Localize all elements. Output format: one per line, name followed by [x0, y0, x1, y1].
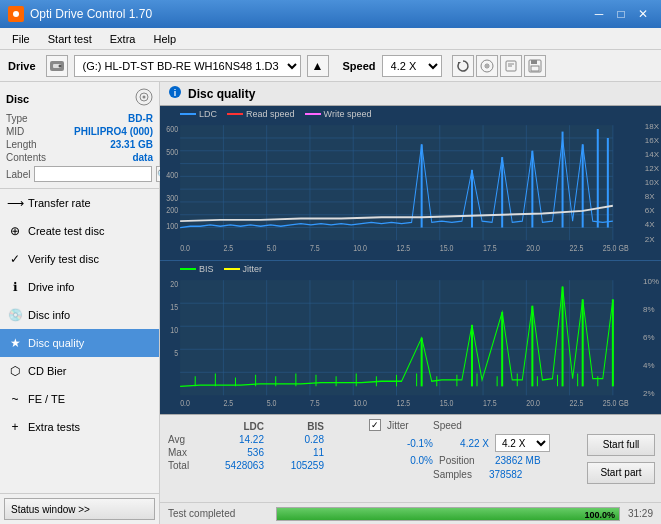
y-axis-right-2: 10% 8% 6% 4% 2%	[643, 277, 659, 399]
svg-text:10.0: 10.0	[353, 243, 367, 253]
stats-header-row: LDC BIS	[168, 421, 353, 432]
menu-help[interactable]: Help	[145, 31, 184, 47]
drive-label: Drive	[8, 60, 36, 72]
nav-label-disc-quality: Disc quality	[28, 337, 84, 349]
svg-point-8	[486, 65, 488, 67]
jitter-checkbox[interactable]: ✓	[369, 419, 381, 431]
jitter-row: ✓ Jitter Speed	[369, 419, 573, 431]
stats-bis-header: BIS	[264, 421, 324, 432]
maximize-button[interactable]: □	[611, 4, 631, 24]
svg-text:22.5: 22.5	[570, 243, 584, 253]
legend-read-speed: Read speed	[227, 109, 295, 119]
minimize-button[interactable]: ─	[589, 4, 609, 24]
drive-select[interactable]: (G:) HL-DT-ST BD-RE WH16NS48 1.D3	[74, 55, 301, 77]
svg-text:15.0: 15.0	[440, 243, 454, 253]
samples-value: 378582	[489, 469, 522, 480]
speed-select[interactable]: 4.2 X	[382, 55, 442, 77]
stats-total-bis: 105259	[264, 460, 324, 471]
menu-start-test[interactable]: Start test	[40, 31, 100, 47]
svg-text:22.5: 22.5	[570, 397, 584, 407]
nav-item-fe-te[interactable]: ~ FE / TE	[0, 385, 159, 413]
save-button[interactable]	[524, 55, 546, 77]
svg-point-4	[58, 64, 61, 67]
legend-jitter: Jitter	[224, 264, 263, 274]
svg-text:20.0: 20.0	[526, 243, 540, 253]
disc-quality-header: i Disc quality	[160, 82, 661, 106]
speed-select-stats[interactable]: 4.2 X	[495, 434, 550, 452]
nav-item-verify-test-disc[interactable]: ✓ Verify test disc	[0, 245, 159, 273]
svg-text:25.0 GB: 25.0 GB	[603, 243, 629, 253]
svg-text:500: 500	[166, 147, 178, 157]
samples-row: Samples 378582	[369, 469, 573, 480]
svg-text:400: 400	[166, 170, 178, 180]
svg-text:600: 600	[166, 124, 178, 134]
speed-value: 4.22 X	[439, 438, 489, 449]
svg-text:2.5: 2.5	[223, 243, 233, 253]
svg-text:10.0: 10.0	[353, 397, 367, 407]
drive-info-icon: ℹ	[8, 280, 22, 294]
start-full-button[interactable]: Start full	[587, 434, 655, 456]
menu-extra[interactable]: Extra	[102, 31, 144, 47]
y-label: 16X	[645, 136, 659, 145]
content-area: i Disc quality LDC Read speed	[160, 82, 661, 524]
avg-jitter-row: -0.1% 4.22 X 4.2 X	[369, 434, 573, 452]
disc-label-input[interactable]	[34, 166, 152, 182]
svg-text:2.5: 2.5	[223, 397, 233, 407]
create-test-disc-icon: ⊕	[8, 224, 22, 238]
y-label: 8X	[645, 192, 659, 201]
start-part-button[interactable]: Start part	[587, 462, 655, 484]
nav-item-disc-quality[interactable]: ★ Disc quality	[0, 329, 159, 357]
app-title: Opti Drive Control 1.70	[30, 7, 152, 21]
legend-bis-color	[180, 268, 196, 270]
length-value: 23.31 GB	[110, 139, 153, 150]
nav-item-cd-bier[interactable]: ⬡ CD Bier	[0, 357, 159, 385]
svg-text:25.0 GB: 25.0 GB	[603, 397, 629, 407]
nav-item-create-test-disc[interactable]: ⊕ Create test disc	[0, 217, 159, 245]
y-label: 10X	[645, 178, 659, 187]
close-button[interactable]: ✕	[633, 4, 653, 24]
nav-item-disc-info[interactable]: 💿 Disc info	[0, 301, 159, 329]
disc-button[interactable]	[476, 55, 498, 77]
progress-percent: 100.0%	[584, 508, 615, 522]
eject-button[interactable]: ▲	[307, 55, 329, 77]
refresh-button[interactable]	[452, 55, 474, 77]
svg-text:i: i	[174, 88, 177, 98]
legend-write-speed: Write speed	[305, 109, 372, 119]
menu-file[interactable]: File	[4, 31, 38, 47]
nav-item-drive-info[interactable]: ℹ Drive info	[0, 273, 159, 301]
title-bar: Opti Drive Control 1.70 ─ □ ✕	[0, 0, 661, 28]
nav-label-drive-info: Drive info	[28, 281, 74, 293]
cd-bier-icon: ⬡	[8, 364, 22, 378]
nav-item-extra-tests[interactable]: + Extra tests	[0, 413, 159, 441]
type-label: Type	[6, 113, 28, 124]
legend-bis: BIS	[180, 264, 214, 274]
disc-label-label: Label	[6, 169, 30, 180]
svg-text:7.5: 7.5	[310, 397, 320, 407]
mid-label: MID	[6, 126, 24, 137]
chart-bis: BIS Jitter 10% 8% 6% 4% 2%	[160, 261, 661, 415]
y-label: 14X	[645, 150, 659, 159]
nav-item-transfer-rate[interactable]: ⟶ Transfer rate	[0, 189, 159, 217]
main-content: Disc Type BD-R MID PHILIPRO4 (000) Lengt…	[0, 82, 661, 524]
svg-rect-12	[531, 66, 539, 71]
stats-max-bis: 11	[264, 447, 324, 458]
chart-ldc: LDC Read speed Write speed 18X 16X	[160, 106, 661, 261]
disc-panel: Disc Type BD-R MID PHILIPRO4 (000) Lengt…	[0, 82, 159, 189]
jitter-header-speed: Speed	[433, 420, 473, 431]
chart2-legend: BIS Jitter	[180, 264, 262, 274]
disc-quality-icon: ★	[8, 336, 22, 350]
nav-label-cd-bier: CD Bier	[28, 365, 67, 377]
sidebar: Disc Type BD-R MID PHILIPRO4 (000) Lengt…	[0, 82, 160, 524]
disc-panel-title: Disc	[6, 93, 29, 105]
progress-status: Test completed	[168, 508, 268, 519]
svg-text:12.5: 12.5	[397, 243, 411, 253]
menu-bar: File Start test Extra Help	[0, 28, 661, 50]
nav-label-create-test-disc: Create test disc	[28, 225, 104, 237]
svg-text:12.5: 12.5	[397, 397, 411, 407]
status-window-button[interactable]: Status window >>	[4, 498, 155, 520]
nav-items: ⟶ Transfer rate ⊕ Create test disc ✓ Ver…	[0, 189, 159, 493]
contents-label: Contents	[6, 152, 46, 163]
label-button[interactable]	[500, 55, 522, 77]
max-jitter-val: 0.0%	[393, 455, 433, 466]
legend-jitter-color	[224, 268, 240, 270]
